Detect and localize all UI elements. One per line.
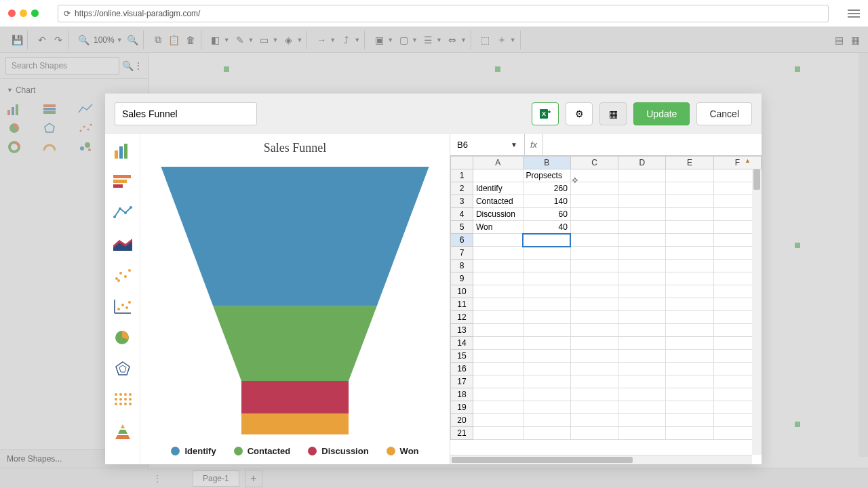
column-header[interactable]: F xyxy=(713,157,761,169)
gauge-chart-icon[interactable] xyxy=(42,141,57,153)
dropdown-icon[interactable]: ▼ xyxy=(511,141,517,148)
cell-reference[interactable]: B6 ▼ xyxy=(450,134,525,155)
row-header[interactable]: 21 xyxy=(451,427,473,440)
paste-icon[interactable]: 📋 xyxy=(168,34,180,46)
layout2-icon[interactable]: ▦ xyxy=(849,34,861,46)
cell[interactable] xyxy=(666,401,713,414)
canvas-scroll-v[interactable] xyxy=(859,53,868,457)
row-header[interactable]: 7 xyxy=(451,247,473,260)
cell[interactable] xyxy=(523,350,570,363)
column-header[interactable]: A xyxy=(473,157,523,169)
zoom-out-icon[interactable]: 🔍 xyxy=(77,34,90,46)
style-icon[interactable]: ◈ xyxy=(282,34,294,46)
zoom-in-icon[interactable]: 🔍 xyxy=(127,34,139,46)
chart-name-input[interactable] xyxy=(115,102,257,125)
cell[interactable] xyxy=(666,388,713,401)
connector-icon[interactable]: ⤴ xyxy=(340,34,352,46)
type-scatter-icon[interactable] xyxy=(112,266,134,285)
row-header[interactable]: 15 xyxy=(451,350,473,363)
cell[interactable] xyxy=(570,363,618,375)
cell[interactable] xyxy=(473,169,523,182)
front-icon[interactable]: ▣ xyxy=(373,34,385,46)
delete-icon[interactable]: 🗑 xyxy=(184,34,197,46)
cell[interactable] xyxy=(570,221,618,234)
cell[interactable] xyxy=(666,272,713,285)
cell[interactable] xyxy=(618,182,666,195)
copy-icon[interactable]: ⧉ xyxy=(152,34,164,46)
radar-chart-icon[interactable] xyxy=(42,122,57,134)
cell[interactable] xyxy=(618,363,666,375)
type-scatter-axis-icon[interactable] xyxy=(112,297,134,316)
cell[interactable] xyxy=(618,260,666,272)
row-header[interactable]: 18 xyxy=(451,388,473,401)
cell[interactable] xyxy=(570,208,618,221)
type-bar-icon[interactable] xyxy=(112,172,134,191)
stroke-icon[interactable]: ✎ xyxy=(234,34,246,46)
row-header[interactable]: 1 xyxy=(451,169,473,182)
scroll-top-icon[interactable]: ▲ xyxy=(745,157,751,164)
type-pyramid-icon[interactable] xyxy=(112,422,134,441)
line-chart-icon[interactable] xyxy=(78,103,93,115)
cell[interactable] xyxy=(523,234,570,247)
row-header[interactable]: 4 xyxy=(451,208,473,221)
stacked-bar-icon[interactable] xyxy=(42,103,57,115)
cell[interactable] xyxy=(473,427,523,440)
type-line-icon[interactable] xyxy=(112,203,134,222)
settings-button[interactable]: ⚙ xyxy=(566,102,593,125)
resize-handle[interactable] xyxy=(224,66,229,72)
cell[interactable] xyxy=(618,414,666,427)
bubble-chart-icon[interactable] xyxy=(78,141,93,153)
cell[interactable] xyxy=(570,401,618,414)
cell[interactable] xyxy=(473,350,523,363)
scatter-chart-icon[interactable] xyxy=(78,122,93,134)
cell[interactable] xyxy=(666,350,713,363)
row-header[interactable]: 16 xyxy=(451,363,473,375)
cell[interactable] xyxy=(523,247,570,260)
resize-handle[interactable] xyxy=(795,66,800,72)
cell[interactable] xyxy=(618,234,666,247)
cell[interactable] xyxy=(618,311,666,324)
cell[interactable] xyxy=(570,350,618,363)
redo-icon[interactable]: ↷ xyxy=(52,34,64,46)
zoom-level[interactable]: 100% xyxy=(94,35,115,45)
select-icon[interactable]: ⬚ xyxy=(479,34,492,46)
type-column-icon[interactable] xyxy=(112,141,134,160)
sheet-scroll-v[interactable] xyxy=(752,169,762,455)
back-icon[interactable]: ▢ xyxy=(397,34,410,46)
cell[interactable] xyxy=(666,285,713,298)
cell[interactable] xyxy=(523,401,570,414)
cell[interactable] xyxy=(570,247,618,260)
cell[interactable] xyxy=(570,272,618,285)
cell[interactable] xyxy=(666,375,713,388)
row-header[interactable]: 12 xyxy=(451,311,473,324)
update-button[interactable]: Update xyxy=(633,102,690,125)
cell[interactable] xyxy=(523,363,570,375)
cell[interactable] xyxy=(666,208,713,221)
cell[interactable] xyxy=(570,182,618,195)
row-header[interactable]: 13 xyxy=(451,324,473,337)
cell[interactable] xyxy=(618,375,666,388)
cell[interactable] xyxy=(570,169,618,182)
cell[interactable] xyxy=(570,414,618,427)
row-header[interactable]: 11 xyxy=(451,298,473,311)
add-icon[interactable]: ＋ xyxy=(496,34,508,46)
cell[interactable] xyxy=(570,285,618,298)
type-area-icon[interactable] xyxy=(112,235,134,253)
column-header[interactable]: C xyxy=(570,157,618,169)
row-header[interactable]: 14 xyxy=(451,337,473,350)
cell[interactable]: Contacted xyxy=(473,195,523,208)
cell[interactable] xyxy=(618,195,666,208)
cell[interactable]: Discussion xyxy=(473,208,523,221)
column-header[interactable]: E xyxy=(666,157,713,169)
cell[interactable] xyxy=(570,234,618,247)
cell[interactable] xyxy=(523,324,570,337)
cell[interactable] xyxy=(618,298,666,311)
cell[interactable] xyxy=(618,285,666,298)
cell[interactable] xyxy=(666,363,713,375)
cell[interactable] xyxy=(523,388,570,401)
search-icon[interactable]: 🔍 xyxy=(122,60,134,72)
export-excel-button[interactable]: X xyxy=(532,102,559,125)
type-pie-icon[interactable] xyxy=(112,328,134,347)
spreadsheet[interactable]: ▲ ABCDEF1Propsects2Identify2603Contacted… xyxy=(450,156,762,464)
cell[interactable]: 60 xyxy=(523,208,570,221)
